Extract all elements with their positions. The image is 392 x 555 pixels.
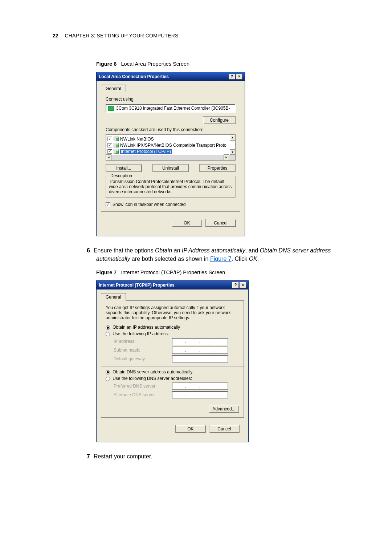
dialog-title: Internet Protocol (TCP/IP) Properties bbox=[99, 281, 175, 289]
description-body: Transmission Control Protocol/Internet P… bbox=[109, 179, 232, 194]
scroll-left-button[interactable]: ◄ bbox=[106, 154, 111, 160]
list-item[interactable]: ✓ Internet Protocol (TCP/IP) bbox=[107, 148, 234, 154]
scroll-down-button[interactable]: ▼ bbox=[230, 149, 235, 155]
description-group: Description Transmission Control Protoco… bbox=[106, 176, 236, 198]
step-number: 6 bbox=[87, 247, 90, 254]
page-number: 22 bbox=[53, 33, 58, 39]
checkbox-icon[interactable]: ✓ bbox=[107, 143, 112, 147]
radio-use-following-ip[interactable] bbox=[106, 332, 110, 336]
radio-obtain-ip-auto[interactable] bbox=[106, 325, 110, 330]
install-button[interactable]: Install... bbox=[106, 164, 142, 172]
list-item-label: NWLink IPX/SPX/NetBIOS Compatible Transp… bbox=[120, 143, 226, 148]
radio-label: Use the following DNS server addresses: bbox=[113, 376, 192, 381]
cancel-button[interactable]: Cancel bbox=[209, 425, 240, 433]
components-label: Components checked are used by this conn… bbox=[106, 127, 236, 132]
preferred-dns-label: Preferred DNS server: bbox=[114, 384, 172, 389]
cancel-button[interactable]: Cancel bbox=[205, 219, 236, 227]
intro-text: You can get IP settings assigned automat… bbox=[106, 305, 239, 320]
titlebar: Internet Protocol (TCP/IP) Properties ? … bbox=[97, 281, 248, 289]
local-area-connection-properties-dialog: Local Area Connection Properties ? × Gen… bbox=[96, 72, 245, 236]
gateway-label: Default gateway: bbox=[114, 356, 172, 361]
checkbox-icon[interactable]: ✓ bbox=[107, 137, 112, 141]
radio-obtain-dns-auto[interactable] bbox=[106, 370, 110, 374]
dialog-title: Local Area Connection Properties bbox=[99, 72, 169, 81]
subnet-mask-label: Subnet mask: bbox=[114, 348, 172, 353]
list-item-label: NWLink NetBIOS bbox=[120, 137, 154, 142]
radio-label: Use the following IP address: bbox=[113, 331, 169, 336]
checkbox-icon[interactable]: ✓ bbox=[107, 149, 112, 154]
tab-general[interactable]: General bbox=[101, 293, 126, 301]
radio-label: Obtain an IP address automatically bbox=[113, 325, 180, 330]
uninstall-button[interactable]: Uninstall bbox=[152, 164, 189, 172]
ip-address-field: ... bbox=[172, 338, 228, 345]
scroll-up-button[interactable]: ▲ bbox=[230, 135, 235, 141]
horizontal-scrollbar[interactable] bbox=[106, 155, 235, 160]
titlebar: Local Area Connection Properties ? × bbox=[97, 72, 245, 81]
preferred-dns-field: ... bbox=[172, 382, 228, 390]
figure7-caption: Figure 7 Internet Protocol (TCP/IP) Prop… bbox=[96, 270, 363, 275]
tab-general[interactable]: General bbox=[101, 85, 126, 92]
tcpip-properties-dialog: Internet Protocol (TCP/IP) Properties ? … bbox=[96, 280, 249, 442]
configure-button[interactable]: Configure bbox=[203, 116, 236, 124]
protocol-icon bbox=[114, 149, 119, 154]
alternate-dns-label: Alternate DNS server: bbox=[114, 392, 172, 397]
list-item[interactable]: ✓ NWLink IPX/SPX/NetBIOS Compatible Tran… bbox=[107, 142, 234, 148]
help-button[interactable]: ? bbox=[232, 282, 239, 288]
show-icon-label: Show icon in taskbar when connected bbox=[113, 202, 185, 207]
adapter-name: 3Com 3C918 Integrated Fast Ethernet Cont… bbox=[116, 106, 230, 111]
nic-icon bbox=[108, 106, 114, 111]
ok-button[interactable]: OK bbox=[175, 425, 206, 433]
description-title: Description bbox=[109, 173, 134, 178]
figure6-caption: Figure 6 Local Area Properties Screen bbox=[96, 61, 363, 67]
adapter-field: 3Com 3C918 Integrated Fast Ethernet Cont… bbox=[106, 104, 236, 113]
ip-address-label: IP address: bbox=[114, 339, 172, 344]
list-item[interactable]: ✓ NWLink NetBIOS bbox=[107, 136, 234, 142]
figure6-caption-text: Local Area Properties Screen bbox=[121, 61, 190, 67]
protocol-icon bbox=[114, 143, 119, 147]
figure7-link[interactable]: Figure 7 bbox=[210, 256, 232, 262]
help-button[interactable]: ? bbox=[229, 74, 235, 80]
gateway-field: ... bbox=[172, 355, 228, 362]
radio-label: Obtain DNS server address automatically bbox=[113, 369, 192, 374]
close-button[interactable]: × bbox=[240, 282, 246, 288]
figure7-label: Figure 7 bbox=[96, 270, 117, 275]
ok-button[interactable]: OK bbox=[172, 219, 202, 227]
chapter-title: CHAPTER 3: SETTING UP YOUR COMPUTERS bbox=[65, 33, 179, 39]
subnet-mask-field: ... bbox=[172, 347, 228, 354]
page-header: 22 CHAPTER 3: SETTING UP YOUR COMPUTERS bbox=[64, 33, 363, 39]
list-item-label: Internet Protocol (TCP/IP) bbox=[120, 149, 172, 154]
close-button[interactable]: × bbox=[236, 74, 242, 80]
properties-button[interactable]: Properties bbox=[199, 164, 236, 172]
step-6: 6Ensure that the options Obtain an IP Ad… bbox=[87, 246, 363, 263]
figure6-label: Figure 6 bbox=[96, 61, 117, 67]
connect-using-label: Connect using: bbox=[106, 97, 236, 102]
alternate-dns-field: ... bbox=[172, 391, 228, 398]
scroll-right-button[interactable]: ► bbox=[224, 154, 229, 160]
components-listbox[interactable]: ✓ NWLink NetBIOS ✓ NWLink IPX/SPX/NetBIO… bbox=[106, 134, 236, 161]
figure7-caption-text: Internet Protocol (TCP/IP) Properties Sc… bbox=[121, 270, 225, 275]
step-7: 7Restart your computer. bbox=[87, 452, 363, 461]
protocol-icon bbox=[114, 137, 119, 141]
radio-use-following-dns[interactable] bbox=[106, 377, 110, 381]
step-number: 7 bbox=[87, 453, 90, 459]
advanced-button[interactable]: Advanced... bbox=[209, 405, 239, 413]
show-icon-checkbox[interactable]: ✓ bbox=[106, 202, 110, 207]
